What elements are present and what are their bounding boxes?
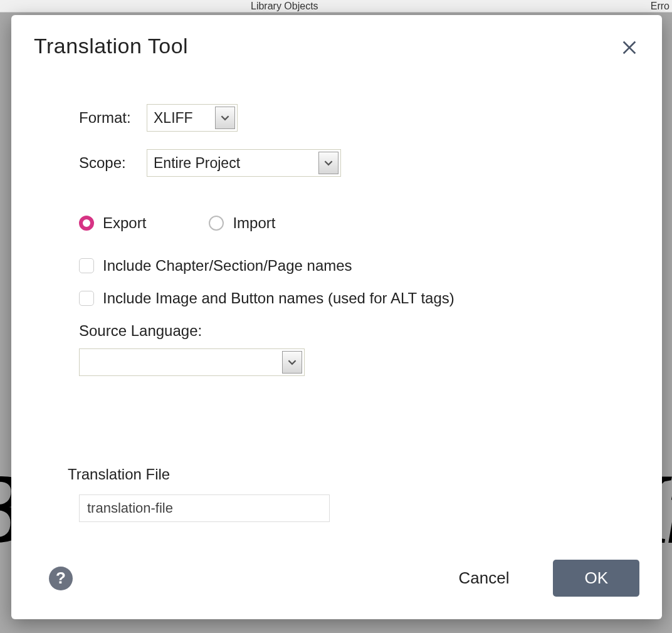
format-select[interactable]: XLIFF: [147, 104, 238, 132]
scope-select[interactable]: Entire Project: [147, 149, 341, 177]
checkbox-unchecked-icon: [79, 291, 94, 306]
include-names-checkbox[interactable]: Include Chapter/Section/Page names: [79, 257, 639, 275]
scope-label: Scope:: [79, 154, 147, 172]
chevron-down-icon: [324, 159, 333, 167]
radio-unselected-icon: [209, 216, 224, 231]
import-radio-label: Import: [233, 214, 275, 232]
close-button[interactable]: [619, 34, 639, 60]
format-row: Format: XLIFF: [79, 104, 639, 132]
scope-value: Entire Project: [147, 150, 317, 176]
translation-tool-dialog: Translation Tool Format: XLIFF Scope: En…: [11, 15, 662, 619]
bg-toolbar-label: Library Objects: [251, 1, 318, 12]
source-language-dropdown-button[interactable]: [282, 351, 302, 374]
include-alt-checkbox[interactable]: Include Image and Button names (used for…: [79, 290, 639, 307]
import-radio[interactable]: Import: [209, 214, 275, 232]
bg-errors-label: Erro: [651, 1, 669, 12]
cancel-button[interactable]: Cancel: [458, 568, 509, 588]
chevron-down-icon: [221, 113, 229, 122]
mode-radio-group: Export Import: [79, 214, 639, 232]
include-alt-label: Include Image and Button names (used for…: [103, 290, 454, 307]
dialog-header: Translation Tool: [34, 34, 639, 60]
format-label: Format:: [79, 109, 147, 127]
export-radio[interactable]: Export: [79, 214, 146, 232]
ok-button[interactable]: OK: [553, 560, 639, 597]
scope-dropdown-button[interactable]: [318, 152, 339, 174]
radio-selected-icon: [79, 216, 94, 231]
dialog-title: Translation Tool: [34, 34, 188, 58]
background-toolbar: Library Objects Erro: [0, 0, 672, 13]
include-names-label: Include Chapter/Section/Page names: [103, 257, 352, 275]
source-language-select[interactable]: [79, 348, 305, 376]
scope-row: Scope: Entire Project: [79, 149, 639, 177]
chevron-down-icon: [288, 358, 297, 367]
format-value: XLIFF: [147, 105, 213, 131]
source-language-label: Source Language:: [79, 322, 639, 340]
form-area: Format: XLIFF Scope: Entire Project Expo…: [34, 60, 639, 560]
checkbox-unchecked-icon: [79, 258, 94, 273]
translation-file-label: Translation File: [68, 466, 639, 483]
close-icon: [619, 36, 639, 56]
translation-file-section: Translation File: [68, 466, 639, 522]
source-language-block: Source Language:: [79, 322, 639, 378]
format-dropdown-button[interactable]: [215, 107, 235, 129]
help-button[interactable]: ?: [49, 567, 73, 590]
export-radio-label: Export: [103, 214, 146, 232]
translation-file-input[interactable]: [79, 494, 330, 522]
footer-actions: Cancel OK: [458, 560, 639, 597]
help-icon: ?: [56, 568, 66, 588]
dialog-footer: ? Cancel OK: [34, 560, 639, 597]
source-language-value: [80, 349, 280, 375]
